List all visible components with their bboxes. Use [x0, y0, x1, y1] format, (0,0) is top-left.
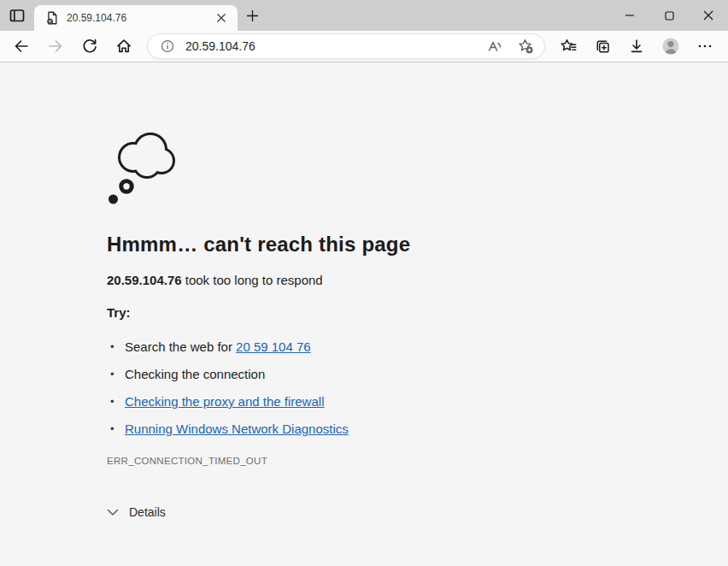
error-message: 20.59.104.76 took too long to respond	[107, 273, 694, 287]
try-label: Try:	[107, 305, 694, 320]
suggestion-text: Search the web for	[125, 339, 236, 354]
details-button[interactable]: Details	[107, 505, 166, 519]
window-controls	[610, 0, 728, 31]
download-icon	[628, 38, 645, 55]
star-list-icon	[560, 38, 578, 56]
collections-icon	[594, 38, 612, 56]
suggestion-run-diagnostics: Running Windows Network Diagnostics	[107, 422, 694, 435]
favorites-button[interactable]	[552, 32, 584, 60]
page-error-favicon	[44, 10, 60, 26]
plus-icon	[246, 9, 259, 22]
window-maximize-button[interactable]	[649, 0, 689, 31]
error-code: ERR_CONNECTION_TIMED_OUT	[107, 456, 694, 466]
suggestion-check-connection: Checking the connection	[107, 368, 694, 380]
titlebar-drag-area	[267, 0, 610, 31]
more-menu-button[interactable]	[689, 32, 721, 60]
check-proxy-link[interactable]: Checking the proxy and the firewall	[125, 394, 324, 409]
downloads-button[interactable]	[620, 32, 653, 60]
network-diagnostics-link[interactable]: Running Windows Network Diagnostics	[125, 422, 349, 436]
collections-button[interactable]	[586, 32, 619, 60]
titlebar: 20.59.104.76	[0, 0, 728, 31]
thought-bubble-icon	[107, 127, 175, 205]
error-message-suffix: took too long to respond	[182, 273, 323, 287]
home-icon	[115, 38, 132, 55]
suggestion-list: Search the web for 20 59 104 76 Checking…	[107, 340, 694, 435]
chevron-down-icon	[107, 509, 119, 516]
read-aloud-icon	[486, 38, 503, 55]
tab-actions-menu-button[interactable]	[0, 0, 34, 31]
forward-button[interactable]	[39, 32, 72, 60]
details-label: Details	[129, 505, 166, 519]
refresh-icon	[81, 38, 98, 55]
error-heading: Hmmm… can't reach this page	[107, 233, 694, 256]
tab-close-button[interactable]	[212, 9, 231, 27]
tab-title: 20.59.104.76	[67, 12, 205, 24]
error-page: Hmmm… can't reach this page 20.59.104.76…	[0, 62, 728, 566]
ellipsis-icon	[697, 38, 713, 54]
suggestion-search-web: Search the web for 20 59 104 76	[107, 340, 694, 353]
tab-actions-layout-icon	[9, 7, 26, 24]
search-web-link[interactable]: 20 59 104 76	[236, 339, 311, 354]
site-info-button[interactable]	[160, 38, 175, 54]
new-tab-button[interactable]	[238, 0, 267, 31]
refresh-button[interactable]	[73, 32, 106, 60]
read-aloud-button[interactable]	[481, 35, 508, 57]
back-button[interactable]	[5, 32, 38, 60]
profile-button[interactable]	[655, 32, 687, 60]
home-button[interactable]	[108, 32, 140, 60]
arrow-right-icon	[47, 38, 64, 55]
window-close-button[interactable]	[689, 0, 728, 31]
add-favorite-button[interactable]	[512, 35, 539, 57]
url-text: 20.59.104.76	[185, 39, 478, 53]
suggestion-check-proxy: Checking the proxy and the firewall	[107, 395, 694, 408]
star-plus-icon	[517, 38, 534, 55]
address-bar[interactable]: 20.59.104.76	[147, 33, 545, 59]
arrow-left-icon	[13, 38, 30, 55]
error-host: 20.59.104.76	[107, 273, 182, 287]
suggestion-text: Checking the connection	[125, 367, 265, 381]
window-minimize-button[interactable]	[610, 0, 649, 31]
navigation-toolbar: 20.59.104.76	[0, 31, 728, 62]
browser-tab[interactable]: 20.59.104.76	[34, 5, 238, 31]
person-avatar-icon	[660, 36, 681, 56]
